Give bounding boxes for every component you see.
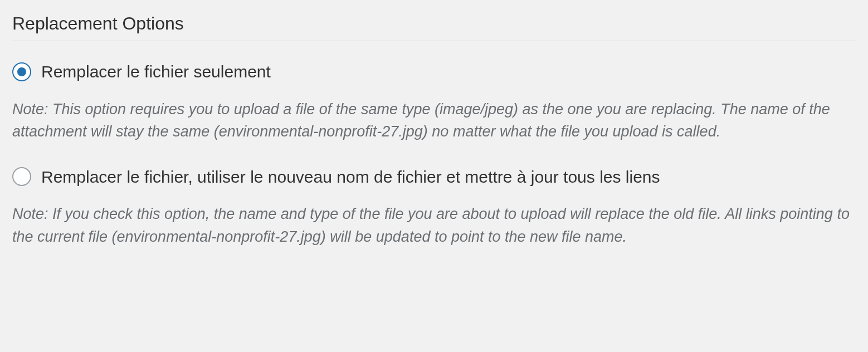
option-replace-and-update[interactable]: Remplacer le fichier, utiliser le nouvea… <box>12 167 856 188</box>
radio-replace-file-only[interactable] <box>12 62 31 81</box>
radio-replace-and-update[interactable] <box>12 167 31 186</box>
section-title: Replacement Options <box>12 13 856 41</box>
option-replace-file-only[interactable]: Remplacer le fichier seulement <box>12 61 856 82</box>
note-replace-file-only: Note: This option requires you to upload… <box>12 98 854 143</box>
note-replace-and-update: Note: If you check this option, the name… <box>12 203 854 248</box>
option-label-replace-file-only[interactable]: Remplacer le fichier seulement <box>41 61 271 82</box>
radio-dot-icon <box>17 67 26 76</box>
option-label-replace-and-update[interactable]: Remplacer le fichier, utiliser le nouvea… <box>41 167 660 188</box>
